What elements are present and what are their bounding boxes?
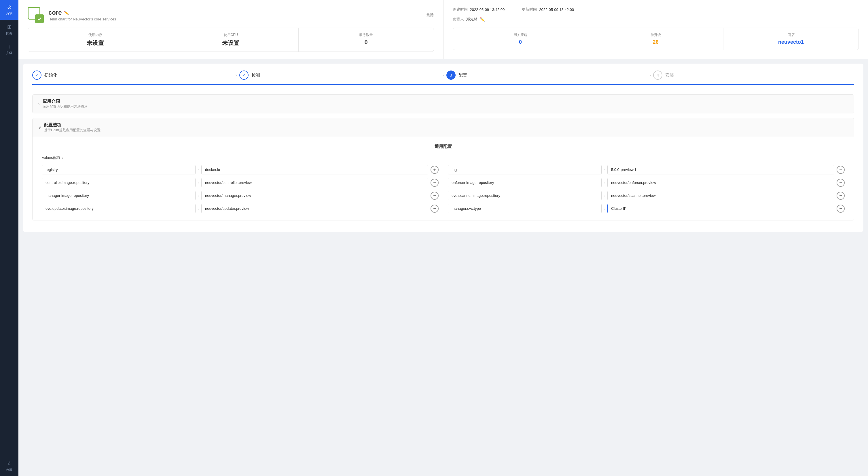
svctype-key-input[interactable] <box>448 204 601 213</box>
arrow-2: › <box>442 72 444 78</box>
stats-grid: 网关策略 0 待升级 26 商店 neuvecto1 <box>453 28 859 50</box>
app-intro-header[interactable]: › 应用介绍 应用配置说明和使用方法概述 <box>33 95 854 113</box>
updated-info: 更新时间 2022-05-09 13:42:00 <box>522 7 574 12</box>
app-intro-title-area: 应用介绍 应用配置说明和使用方法概述 <box>42 99 88 109</box>
colon-8: : <box>604 206 605 211</box>
updater-key-input[interactable] <box>42 204 195 213</box>
config-options-title: 配置选项 <box>44 122 100 128</box>
add-row-button[interactable]: + <box>431 166 439 174</box>
metric-services: 服务数量 0 <box>299 28 434 52</box>
step-label-config: 配置 <box>459 72 467 78</box>
config-row-controller: : − <box>42 178 439 188</box>
arrow-3: › <box>649 72 651 78</box>
step-label-init: 初始化 <box>44 72 57 78</box>
arrow-1: › <box>236 72 237 78</box>
info-panel: 创建时间 2022-05-09 13:42:00 更新时间 2022-05-09… <box>443 0 868 59</box>
app-intro-title: 应用介绍 <box>42 99 88 104</box>
config-row-tag: : − <box>448 165 845 174</box>
remove-updater-button[interactable]: − <box>431 205 439 213</box>
logo-inner <box>35 14 44 23</box>
remove-manager-button[interactable]: − <box>431 192 439 200</box>
owner-row: 负责人 郑先林 ✏️ <box>453 17 859 22</box>
app-logo <box>28 7 44 23</box>
config-row-manager: : − <box>42 191 439 200</box>
config-row-svctype: : − <box>448 204 845 213</box>
check-icon <box>37 16 42 21</box>
edit-name-icon[interactable]: ✏️ <box>64 10 69 15</box>
app-title-area: core ✏️ Helm chart for NeuVector's core … <box>49 9 116 21</box>
step-label-install: 安装 <box>665 72 674 78</box>
sidebar: ⊙ 总览 ⊞ 网关 ↑ 升级 ☆ 收藏 <box>0 0 19 476</box>
registry-val-input[interactable] <box>201 165 428 174</box>
app-header: core ✏️ Helm chart for NeuVector's core … <box>28 7 434 23</box>
stat-upgrade: 待升级 26 <box>588 28 723 50</box>
sidebar-item-favorites[interactable]: ☆ 收藏 <box>0 456 19 476</box>
step-install: 4 安装 <box>653 70 854 80</box>
enforcer-val-input[interactable] <box>608 178 834 188</box>
colon-6: : <box>604 193 605 198</box>
sidebar-item-network[interactable]: ⊞ 网关 <box>0 20 19 40</box>
controller-val-input[interactable] <box>201 178 428 188</box>
network-icon: ⊞ <box>7 24 11 30</box>
tag-key-input[interactable] <box>448 165 601 174</box>
controller-key-input[interactable] <box>42 178 195 188</box>
colon-4: : <box>604 180 605 185</box>
remove-tag-button[interactable]: − <box>837 166 845 174</box>
remove-controller-button[interactable]: − <box>431 179 439 187</box>
remove-svctype-button[interactable]: − <box>837 205 845 213</box>
sidebar-item-dashboard[interactable]: ⊙ 总览 <box>0 0 19 20</box>
edit-owner-icon[interactable]: ✏️ <box>480 17 485 22</box>
config-grid: : + : − <box>42 165 845 213</box>
app-card: core ✏️ Helm chart for NeuVector's core … <box>19 0 443 59</box>
metric-memory: 使用内存 未设置 <box>28 28 163 52</box>
svctype-val-input[interactable] <box>608 204 834 213</box>
scanner-val-input[interactable] <box>608 191 834 200</box>
upgrade-icon: ↑ <box>8 44 11 50</box>
step-detect: ✓ 检测 <box>239 70 440 80</box>
manager-key-input[interactable] <box>42 191 195 200</box>
enforcer-key-input[interactable] <box>448 178 601 188</box>
colon-7: : <box>198 206 199 211</box>
step-config: 3 配置 <box>446 70 647 80</box>
config-row-scanner: : − <box>448 191 845 200</box>
app-intro-section: › 应用介绍 应用配置说明和使用方法概述 <box>32 94 854 113</box>
step-init: ✓ 初始化 <box>32 70 233 80</box>
config-row-updater: : − <box>42 204 439 213</box>
config-body: 通用配置 Values配置： : + <box>33 137 854 220</box>
sidebar-item-label: 总览 <box>6 11 12 16</box>
config-row-registry: : + <box>42 165 439 174</box>
scanner-key-input[interactable] <box>448 191 601 200</box>
colon-2: : <box>604 168 605 172</box>
colon-3: : <box>198 180 199 185</box>
updater-val-input[interactable] <box>201 204 428 213</box>
app-name: core ✏️ <box>49 9 116 16</box>
remove-enforcer-button[interactable]: − <box>837 179 845 187</box>
manager-val-input[interactable] <box>201 191 428 200</box>
stat-gateway: 网关策略 0 <box>453 28 588 50</box>
config-options-header[interactable]: ∨ 配置选项 基于Helm规范应用配置的查看与设置 <box>33 118 854 137</box>
step-circle-init: ✓ <box>32 70 41 80</box>
datetime-row: 创建时间 2022-05-09 13:42:00 更新时间 2022-05-09… <box>453 7 859 12</box>
steps-row: ✓ 初始化 › ✓ 检测 › 3 配置 › 4 安装 <box>32 70 854 85</box>
remove-scanner-button[interactable]: − <box>837 192 845 200</box>
app-intro-subtitle: 应用配置说明和使用方法概述 <box>42 104 88 109</box>
wizard-section: ✓ 初始化 › ✓ 检测 › 3 配置 › 4 安装 <box>23 64 863 232</box>
metrics-row: 使用内存 未设置 使用CPU 未设置 服务数量 0 <box>28 28 434 52</box>
colon-1: : <box>198 168 199 172</box>
sidebar-item-upgrade[interactable]: ↑ 升级 <box>0 40 19 59</box>
stat-store: 商店 neuvecto1 <box>723 28 859 50</box>
created-info: 创建时间 2022-05-09 13:42:00 <box>453 7 505 12</box>
config-options-section: ∨ 配置选项 基于Helm规范应用配置的查看与设置 通用配置 Values配置： <box>32 118 854 220</box>
config-row-enforcer: : − <box>448 178 845 188</box>
step-circle-config: 3 <box>446 70 456 80</box>
app-layout: ⊙ 总览 ⊞ 网关 ↑ 升级 ☆ 收藏 <box>0 0 868 476</box>
registry-key-input[interactable] <box>42 165 195 174</box>
tag-val-input[interactable] <box>608 165 834 174</box>
dashboard-icon: ⊙ <box>7 4 11 10</box>
top-section: core ✏️ Helm chart for NeuVector's core … <box>19 0 868 59</box>
values-label: Values配置： <box>42 155 845 160</box>
delete-button[interactable]: 删除 <box>427 12 434 18</box>
app-subtitle: Helm chart for NeuVector's core services <box>49 17 116 21</box>
step-label-detect: 检测 <box>251 72 260 78</box>
step-circle-detect: ✓ <box>239 70 249 80</box>
